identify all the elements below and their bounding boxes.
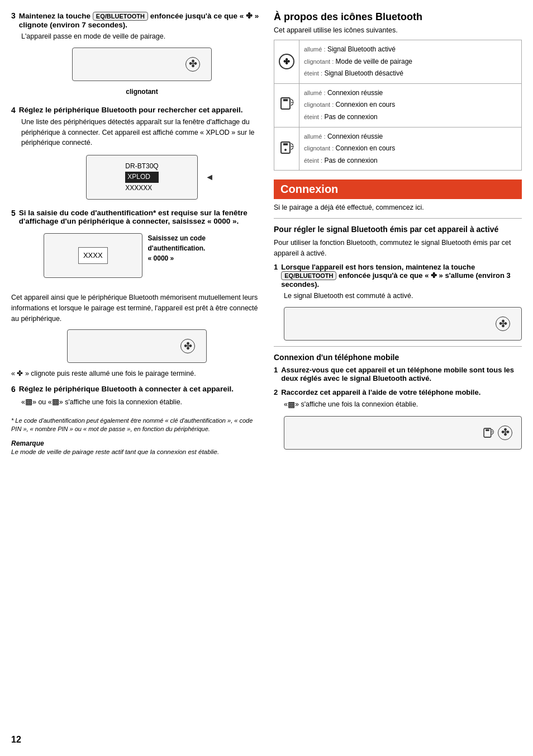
device-list-item-3: XXXXXX [125,183,158,193]
page-number: 12 [11,735,21,745]
state-value-eteint-1: Signal Bluetooth désactivé [324,69,403,77]
bt-phone1-states: allumé : Connexion réussie clignotant : … [299,83,522,127]
blink-display: ✤ [72,48,212,81]
state-value-eteint-3: Pas de connexion [324,157,377,164]
state-label-clignotant-2: clignotant : [304,101,334,108]
step-3-number: 3 [11,11,16,29]
svg-line-13 [492,429,493,431]
state-value-clignotant-2: Connexion en cours [336,101,396,108]
svg-rect-1 [283,99,288,101]
step-6-body: «▩» ou «▩» s'affiche une fois la connexi… [21,398,182,406]
left-column: 3 Maintenez la touche EQ/BLUETOOTH enfon… [11,11,263,745]
mobile-section-title: Connexion d'un téléphone mobile [274,352,522,363]
right-column: À propos des icônes Bluetooth Cet appare… [274,11,522,745]
mobile-step-2-body: «▩» s'affiche une fois la connexion étab… [284,400,418,408]
paired-bt-display: ✤ [67,329,207,363]
remark-text: Le mode de veille de pairage reste actif… [11,447,263,456]
bluetooth-blink-icon: ✤ [185,57,200,72]
paired-text: Cet appareil ainsi que le périphérique B… [11,292,263,324]
svg-line-9 [291,148,293,150]
footnote: * Le code d'authentification peut égalem… [11,417,263,434]
auth-label: Saisissez un code d'authentification. [148,233,263,253]
state-label-clignotant-3: clignotant : [304,145,334,152]
phone1-svg [279,96,294,111]
state-value-clignotant-3: Connexion en cours [336,144,396,152]
svg-line-4 [291,103,293,106]
device-list: DR-BT30Q XPLOD XXXXXX [125,161,158,193]
state-row-9: éteint : Pas de connexion [304,155,517,167]
table-row: ✤ allumé : Signal Bluetooth activé clign… [274,40,522,84]
paired-note: « ✤ » clignote puis reste allumé une foi… [11,368,263,379]
step-5-title: Si la saisie du code d'authentification*… [19,209,263,225]
remark-label: Remarque [11,440,263,447]
bt-phone1-icon-cell [274,83,299,127]
state-label-eteint-3: éteint : [304,157,322,164]
state-label-allume-1: allumé : [304,46,326,53]
divider-2 [274,346,522,347]
select-arrow: ◄ [205,171,214,184]
svg-point-10 [284,149,287,151]
state-row-7: allumé : Connexion réussie [304,131,517,143]
step-4-number: 4 [11,106,16,115]
connexion-step-1: 1 Lorsque l'appareil est hors tension, m… [274,263,522,341]
svg-line-7 [291,143,293,145]
eq-bluetooth-btn: EQ/BLUETOOTH [93,12,148,21]
mobile-phone-icon [482,427,494,439]
state-row-8: clignotant : Connexion en cours [304,143,517,155]
bt-circle-icon-cell: ✤ [274,40,299,84]
eq-bluetooth-btn-2: EQ/BLUETOOTH [281,271,336,280]
connexion-step-1-body: Le signal Bluetooth est commuté à activé… [284,292,413,300]
mobile-step-2-number: 2 [274,388,278,396]
connexion-bt-icon: ✤ [496,316,510,331]
auth-display: XXXX [44,233,142,278]
state-row-2: clignotant : Mode de veille de pairage [304,56,517,68]
state-row-5: clignotant : Connexion en cours [304,99,517,111]
sub-section-bt-signal-title: Pour régler le signal Bluetooth émis par… [274,224,522,235]
connexion-step-1-number: 1 [274,263,278,289]
step-3: 3 Maintenez la touche EQ/BLUETOOTH enfon… [11,11,263,97]
svg-rect-12 [486,429,489,431]
state-value-allume-1: Signal Bluetooth activé [327,45,396,53]
state-value-clignotant-1: Mode de veille de pairage [336,58,412,65]
state-value-allume-3: Connexion réussie [327,133,383,140]
auth-value: « 0000 » [148,253,263,263]
mobile-step-1-number: 1 [274,366,278,382]
state-value-allume-2: Connexion réussie [327,89,383,97]
auth-display-row: XXXX Saisissez un code d'authentificatio… [21,228,263,284]
auth-code: XXXX [78,247,108,264]
state-row-6: éteint : Pas de connexion [304,111,517,124]
state-label-clignotant-1: clignotant : [304,58,334,65]
mobile-step-1: 1 Assurez-vous que cet appareil et un té… [274,366,522,382]
bt-icons-subtitle: Cet appareil utilise les icônes suivante… [274,26,522,34]
connexion-bt-display: ✤ [284,307,522,341]
state-row-4: allumé : Connexion réussie [304,87,517,100]
phone1-icon [279,96,294,115]
mobile-bt-icon: ✤ [498,426,512,440]
device-list-item-1: DR-BT30Q [125,161,158,172]
divider-1 [274,218,522,219]
step-6-title: Réglez le périphérique Bluetooth à conne… [19,385,234,394]
state-label-allume-3: allumé : [304,133,326,140]
state-label-allume-2: allumé : [304,89,326,96]
step-6-number: 6 [11,385,16,394]
phone2-svg [279,140,294,155]
step-5: 5 Si la saisie du code d'authentificatio… [11,209,263,284]
table-row: allumé : Connexion réussie clignotant : … [274,83,522,127]
state-row-1: allumé : Signal Bluetooth activé [304,44,517,56]
mobile-connection-display: ✤ [284,416,522,450]
bt-icons-title: À propos des icônes Bluetooth [274,11,522,23]
phone2-icon [279,140,294,157]
bt-circle-states: allumé : Signal Bluetooth activé clignot… [299,40,522,84]
mobile-step-2: 2 Raccordez cet appareil à l'aide de vot… [274,388,522,450]
bt-icons-section: À propos des icônes Bluetooth Cet appare… [274,11,522,171]
blink-label: clignotant [21,87,263,97]
svg-line-2 [291,99,293,101]
state-label-eteint-1: éteint : [304,70,322,77]
bt-icons-table: ✤ allumé : Signal Bluetooth activé clign… [274,40,522,171]
bt-circle-icon: ✤ [279,54,294,69]
step-5-number: 5 [11,209,16,225]
bt-phone2-states: allumé : Connexion réussie clignotant : … [299,127,522,171]
device-list-display: DR-BT30Q XPLOD XXXXXX ◄ [86,155,198,200]
table-row: allumé : Connexion réussie clignotant : … [274,127,522,171]
step-3-body: L'appareil passe en mode de veille de pa… [21,32,165,40]
